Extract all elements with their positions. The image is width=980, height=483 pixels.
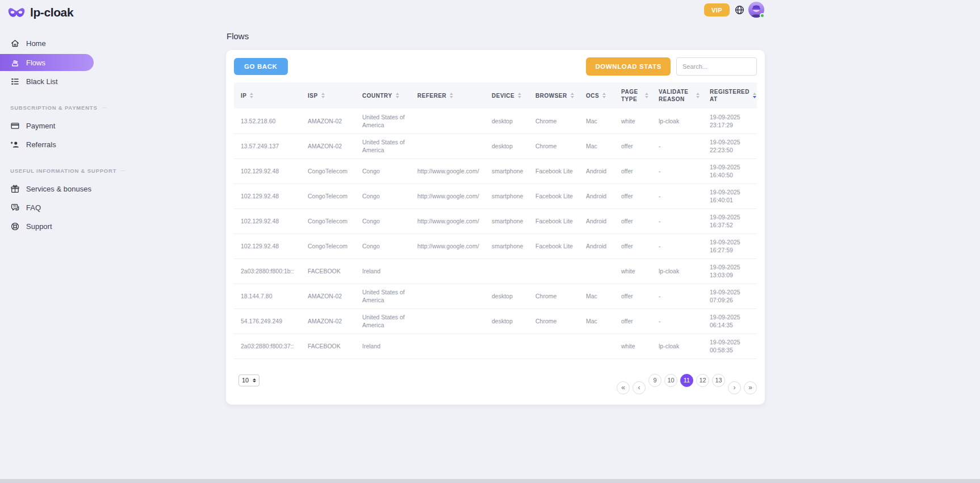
column-header-page-type[interactable]: PAGE TYPE [614,82,652,109]
cell-country: United States of America [355,284,411,309]
pagination-last[interactable]: » [744,381,757,394]
pagination-page-12[interactable]: 12 [696,374,709,387]
cell-country: United States of America [355,134,411,159]
pagination-page-9[interactable]: 9 [648,374,661,387]
cell-ip: 13.57.249.137 [234,134,301,159]
sidebar-item-label: Black List [26,77,58,86]
cell-country: Ireland [355,259,411,284]
cell-page-type: offer [614,134,652,159]
cell-registered-at: 19-09-2025 22:23:50 [703,134,757,159]
table-header-row: IPISPCOUNTRYREFERERDEVICEBROWSEROCSPAGE … [234,82,757,109]
sidebar-section-subscription: SUBSCRIPTION & PAYMENTS [10,105,102,111]
brand-name: lp-cloak [30,6,73,19]
sidebar-item-payment[interactable]: Payment [0,116,102,135]
cell-ip: 102.129.92.48 [234,159,301,184]
cell-ip: 2a03:2880:f800:37:: [234,334,301,359]
lifebuoy-icon [10,222,20,231]
sort-icon[interactable] [250,93,253,98]
cell-validate-reason: - [652,309,703,334]
sidebar-item-home[interactable]: Home [0,34,102,53]
cell-referer [411,284,485,309]
cell-isp: CongoTelecom [301,184,355,209]
sort-icon[interactable] [571,93,574,98]
cell-browser [529,259,579,284]
cell-referer: http://www.google.com/ [411,209,485,234]
referral-user-icon [10,140,20,149]
cell-isp: CongoTelecom [301,209,355,234]
cell-country: United States of America [355,109,411,134]
column-header-isp[interactable]: ISP [301,82,355,109]
sort-icon[interactable] [645,93,648,98]
column-header-ip[interactable]: IP [234,82,301,109]
cell-country: Congo [355,209,411,234]
sidebar-section-support: USEFUL INFORMATION & SUPPORT [10,168,102,174]
sidebar-item-faq[interactable]: ?! FAQ [0,198,102,217]
pagination-next[interactable]: › [728,381,741,394]
cell-browser [529,334,579,359]
column-header-browser[interactable]: BROWSER [529,82,579,109]
table-row: 102.129.92.48CongoTelecomCongohttp://www… [234,184,757,209]
brand-logo[interactable]: lp-cloak [0,0,102,19]
cell-isp: AMAZON-02 [301,134,355,159]
sort-icon[interactable] [518,93,521,98]
sidebar-item-services-bonuses[interactable]: Services & bonuses [0,180,102,198]
horizontal-scrollbar[interactable] [0,479,980,483]
sort-icon[interactable] [602,93,606,98]
column-label: DEVICE [492,92,514,99]
globe-language-icon[interactable] [734,5,745,15]
pagination-prev[interactable]: ‹ [633,381,646,394]
column-label: ISP [308,92,318,99]
page-size-select[interactable]: 10 [238,374,259,386]
table-row: 2a03:2880:f800:37::FACEBOOKIrelandwhitel… [234,334,757,359]
cell-page-type: offer [614,309,652,334]
column-header-validate-reason[interactable]: VALIDATE REASON [652,82,703,109]
cell-country: Congo [355,159,411,184]
sidebar-item-label: Referrals [26,140,56,149]
credit-card-icon [10,121,20,131]
go-back-button[interactable]: GO BACK [234,58,288,75]
page-size-value: 10 [242,377,249,384]
table-row: 102.129.92.48CongoTelecomCongohttp://www… [234,159,757,184]
pagination: «‹910111213›» [617,367,757,394]
svg-text:?!: ?! [13,205,16,209]
sidebar-item-label: FAQ [26,203,41,212]
cell-ip: 102.129.92.48 [234,209,301,234]
column-header-referer[interactable]: REFERER [411,82,485,109]
home-icon [10,39,20,48]
cell-isp: FACEBOOK [301,259,355,284]
cell-ocs: Android [579,184,614,209]
cell-country: Congo [355,184,411,209]
download-stats-button[interactable]: DOWNLOAD STATS [586,57,671,76]
column-header-registered-at[interactable]: REGISTERED AT [703,82,757,109]
pagination-first[interactable]: « [617,381,630,394]
cell-country: Ireland [355,334,411,359]
online-status-dot [760,13,765,18]
column-header-ocs[interactable]: OCS [579,82,614,109]
cell-validate-reason: - [652,159,703,184]
cell-ip: 102.129.92.48 [234,184,301,209]
cell-isp: AMAZON-02 [301,284,355,309]
column-header-country[interactable]: COUNTRY [355,82,411,109]
sort-icon[interactable] [696,93,700,98]
pagination-page-11[interactable]: 11 [680,374,693,387]
cell-validate-reason: lp-cloak [652,259,703,284]
cell-browser: Facebook Lite [529,159,579,184]
cell-device: desktop [485,309,529,334]
sidebar-item-referrals[interactable]: Referrals [0,135,102,154]
cell-isp: CongoTelecom [301,234,355,259]
sidebar-item-black-list[interactable]: Black List [0,72,102,91]
pagination-page-13[interactable]: 13 [712,374,725,387]
user-avatar[interactable] [748,2,764,18]
sort-icon[interactable] [396,93,399,98]
cell-page-type: white [614,109,652,134]
pagination-page-10[interactable]: 10 [664,374,677,387]
sort-icon[interactable] [753,93,756,98]
sort-icon[interactable] [450,93,453,98]
column-header-device[interactable]: DEVICE [485,82,529,109]
sidebar-item-flows[interactable]: Flows [0,54,94,71]
search-input[interactable] [676,57,757,76]
vip-button[interactable]: VIP [704,3,730,16]
cell-browser: Chrome [529,134,579,159]
sidebar-item-support[interactable]: Support [0,217,102,236]
sort-icon[interactable] [321,93,325,98]
